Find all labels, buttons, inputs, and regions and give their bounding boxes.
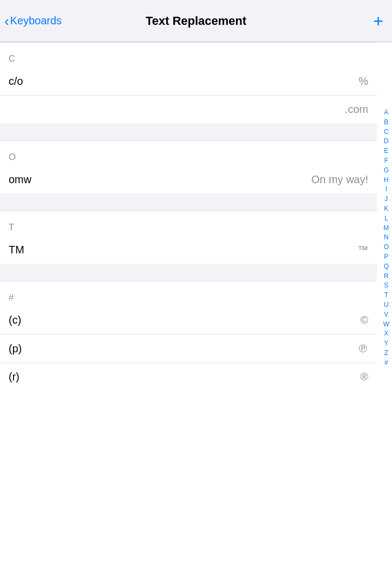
section-spacer [0, 123, 377, 140]
list-item[interactable]: .com [0, 96, 377, 123]
row-label: c/o [9, 75, 23, 88]
row-label: (p) [9, 343, 22, 355]
index-scrubber[interactable]: ABCDEFGHIJKLMNOPQRSTUVWXYZ# [382, 108, 391, 367]
row-value: ℗ [357, 342, 368, 355]
content-area: C c/o % .com O omw On my way! T TM ™ [0, 42, 392, 412]
index-letter[interactable]: R [382, 272, 390, 281]
index-letter[interactable]: Z [383, 349, 390, 358]
back-label: Keyboards [10, 15, 62, 27]
index-letter[interactable]: N [382, 233, 390, 242]
index-letter[interactable]: I [384, 185, 389, 194]
index-letter[interactable]: C [382, 128, 390, 137]
index-letter[interactable]: U [382, 300, 390, 310]
section-header-hash: # [0, 282, 377, 306]
index-letter[interactable]: H [382, 176, 390, 185]
page-title: Text Replacement [146, 14, 247, 28]
section-spacer [0, 264, 377, 281]
list-item[interactable]: omw On my way! [0, 166, 377, 193]
index-letter[interactable]: V [382, 310, 390, 319]
row-value: ® [360, 371, 368, 383]
section-spacer [0, 193, 377, 211]
index-letter[interactable]: T [383, 291, 390, 300]
row-label: (c) [9, 314, 21, 326]
index-letter[interactable]: X [382, 329, 390, 338]
list-item[interactable]: (c) © [0, 306, 377, 334]
section-header-o: O [0, 141, 377, 166]
index-letter[interactable]: M [382, 224, 390, 233]
section-o: O omw On my way! [0, 140, 377, 193]
section-header-c: C [0, 43, 377, 68]
row-value: % [359, 75, 368, 88]
section-hash: # (c) © (p) ℗ (r) ® [0, 281, 377, 391]
index-letter[interactable]: E [382, 146, 390, 156]
row-label: (r) [9, 371, 19, 383]
chevron-left-icon: ‹ [4, 14, 9, 28]
row-label: omw [9, 173, 31, 186]
row-value: .com [345, 103, 368, 116]
index-letter[interactable]: G [382, 166, 390, 175]
index-letter[interactable]: S [382, 281, 390, 290]
row-value: On my way! [311, 173, 368, 186]
index-letter[interactable]: # [383, 358, 390, 367]
list-item[interactable]: (p) ℗ [0, 334, 377, 363]
index-letter[interactable]: B [382, 118, 390, 127]
index-letter[interactable]: A [382, 108, 390, 117]
row-label: TM [9, 244, 24, 256]
row-value: ™ [357, 244, 368, 256]
navigation-bar: ‹ Keyboards Text Replacement + [0, 0, 392, 42]
index-letter[interactable]: O [382, 243, 390, 252]
index-letter[interactable]: Q [382, 262, 390, 271]
section-c: C c/o % .com [0, 42, 377, 123]
index-letter[interactable]: D [382, 137, 390, 146]
list-item[interactable]: TM ™ [0, 236, 377, 264]
index-letter[interactable]: L [383, 214, 390, 223]
index-letter[interactable]: P [382, 252, 390, 262]
back-button[interactable]: ‹ Keyboards [4, 14, 62, 28]
index-letter[interactable]: J [383, 195, 389, 204]
list-item[interactable]: c/o % [0, 68, 377, 96]
section-t: T TM ™ [0, 211, 377, 264]
add-button[interactable]: + [373, 12, 383, 30]
index-letter[interactable]: W [382, 320, 391, 329]
row-value: © [360, 314, 368, 326]
index-letter[interactable]: K [382, 204, 390, 213]
section-header-t: T [0, 211, 377, 236]
index-letter[interactable]: Y [382, 339, 390, 348]
index-letter[interactable]: F [383, 156, 390, 165]
list-item[interactable]: (r) ® [0, 363, 377, 391]
